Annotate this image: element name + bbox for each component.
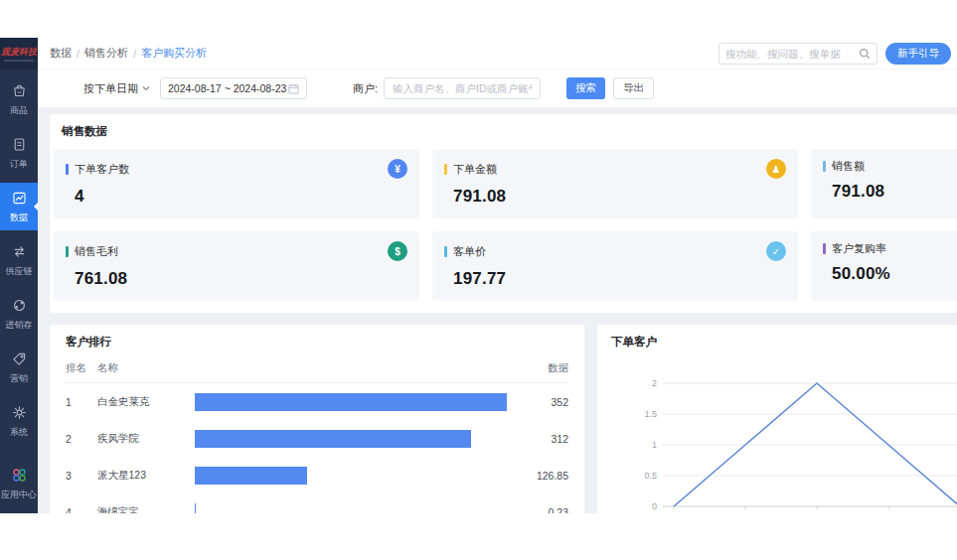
stat-card-5: 客户复购率 50.00% [811,231,957,301]
stat-card-2: 销售额 791.08 [811,149,957,218]
content-area: 销售数据 下单客户数 ¥ 4 下单金额 ♟ 791.08 销售额 791.08 … [38,107,957,513]
doc-check-icon: ✓ [766,241,786,261]
breadcrumb: 数据 / 销售分析 / 客户购买分析 [50,46,207,61]
person-icon: ♟ [766,159,786,179]
stat-value: 50.00% [832,264,957,284]
y-axis-tick-label: 0.5 [644,471,657,481]
gear-icon [11,404,28,426]
stat-value: 791.08 [832,182,957,202]
sidebar-item-label: 应用中心 [1,489,37,501]
stat-card-1: 下单金额 ♟ 791.08 [432,149,798,218]
customer-name: 白金史莱克 [97,395,195,409]
customer-name: 疾风学院 [97,432,195,446]
sidebar-item-chart[interactable]: 数据 [0,183,38,230]
stat-accent-bar [444,164,447,175]
sidebar-item-order-doc[interactable]: 订单 [0,129,38,177]
sidebar-item-label: 供应链 [6,265,33,278]
global-search-input[interactable] [725,48,859,60]
stat-value: 791.08 [453,187,786,207]
rank-number: 2 [66,433,97,445]
sidebar-item-label: 订单 [10,158,28,171]
order-doc-icon [11,136,28,158]
stat-accent-bar [823,243,826,254]
stat-card-3: 销售毛利 $ 761.08 [54,231,419,301]
main-area: 数据 / 销售分析 / 客户购买分析 新手引导 按下单日期 [38,38,957,513]
value-bar [195,393,507,411]
order-customer-chart-title: 下单客户 [611,335,957,350]
sidebar-item-tag[interactable]: 营销 [0,344,38,391]
stat-accent-bar [66,246,69,257]
rank-number: 4 [66,506,97,514]
rank-column-header: 排名 [66,361,97,375]
sidebar-item-share-nodes[interactable]: 进销存 [0,290,38,338]
x-axis-tick-label: 2024-08-17 [652,512,696,513]
sidebar-item-label: 数据 [10,211,28,224]
bar-track [195,467,507,485]
date-range-picker[interactable]: 2024-08-17 ~ 2024-08-23 [160,77,307,99]
ranking-table-header: 排名 名称 数据 [66,350,568,383]
export-button[interactable]: 导出 [613,77,654,99]
tag-icon [11,350,28,372]
rank-number: 3 [66,470,97,482]
sidebar-item-label: 营销 [10,372,28,385]
bag-icon [11,82,28,104]
app-window: 观麦科技 商品订单数据供应链进销存营销系统 应用中心 数据 / 销售分析 / 客… [0,38,957,513]
sidebar-item-apps-grid[interactable]: 应用中心 [0,460,38,507]
bar-track [195,503,507,514]
breadcrumb-separator: / [77,48,80,60]
apps-grid-icon [11,467,28,489]
customer-ranking-title: 客户排行 [66,335,568,350]
sidebar-item-label: 商品 [10,104,28,117]
stat-value: 4 [75,187,407,207]
stat-label: 下单金额 [453,162,497,177]
value-bar [195,503,196,514]
sidebar-item-label: 进销存 [6,319,33,332]
breadcrumb-data[interactable]: 数据 [50,46,72,61]
stat-value: 197.77 [453,269,786,289]
guide-button[interactable]: 新手引导 [885,43,951,65]
calendar-icon[interactable] [288,83,299,94]
sidebar-item-supply-arrows[interactable]: 供应链 [0,236,38,284]
stat-accent-bar [823,161,826,172]
customer-name: 派大星123 [97,469,195,483]
customer-value: 352 [507,396,568,408]
sales-data-section: 销售数据 下单客户数 ¥ 4 下单金额 ♟ 791.08 销售额 791.08 … [50,114,957,313]
breadcrumb-sales-analysis[interactable]: 销售分析 [84,46,128,61]
stat-value: 761.08 [75,269,407,289]
value-bar [195,430,471,448]
order-customer-line-chart: 00.511.522024-08-172024-08-182024-08-192… [611,361,957,513]
share-nodes-icon [11,297,28,319]
global-search-box[interactable] [718,43,877,65]
value-bar [195,467,307,485]
value-column-header: 数据 [507,361,568,375]
x-axis-tick-label: 2024-08-21 [938,512,957,513]
customer-ranking-section: 客户排行 排名 名称 数据 1 白金史莱克 3522 疾风学院 3123 派大星… [50,325,584,513]
sidebar-item-bag[interactable]: 商品 [0,75,38,123]
search-icon[interactable] [859,48,871,60]
sidebar: 观麦科技 商品订单数据供应链进销存营销系统 应用中心 [0,38,38,513]
search-button[interactable]: 搜索 [566,77,605,99]
date-type-dropdown[interactable]: 按下单日期 [83,81,150,96]
breadcrumb-separator: / [133,48,136,60]
customer-name: 海绵宝宝 [97,505,195,514]
rank-number: 1 [66,396,97,408]
chart-icon [11,190,28,211]
ranking-row-3: 3 派大星123 126.85 [66,457,568,493]
bar-track [195,430,507,448]
sidebar-item-gear[interactable]: 系统 [0,397,38,445]
brand-logo-text: 观麦科技 [1,46,37,59]
stat-accent-bar [66,164,69,175]
customer-value: 126.85 [507,470,568,482]
x-axis-tick-label: 2024-08-19 [795,512,839,513]
money-bag-icon: $ [388,241,407,261]
topbar: 数据 / 销售分析 / 客户购买分析 新手引导 [38,38,957,70]
y-axis-tick-label: 1.5 [644,409,657,419]
merchant-label: 商户: [353,81,378,96]
filter-bar: 按下单日期 2024-08-17 ~ 2024-08-23 商户: 搜索 导出 [38,70,957,107]
stat-card-4: 客单价 ✓ 197.77 [432,231,798,301]
merchant-search-input[interactable] [384,77,541,99]
order-customer-chart-section: 下单客户 00.511.522024-08-172024-08-182024-0… [597,325,957,513]
customer-value: 312 [507,433,568,445]
stat-card-grid: 下单客户数 ¥ 4 下单金额 ♟ 791.08 销售额 791.08 销售毛利 … [54,149,957,301]
supply-arrows-icon [11,243,28,265]
